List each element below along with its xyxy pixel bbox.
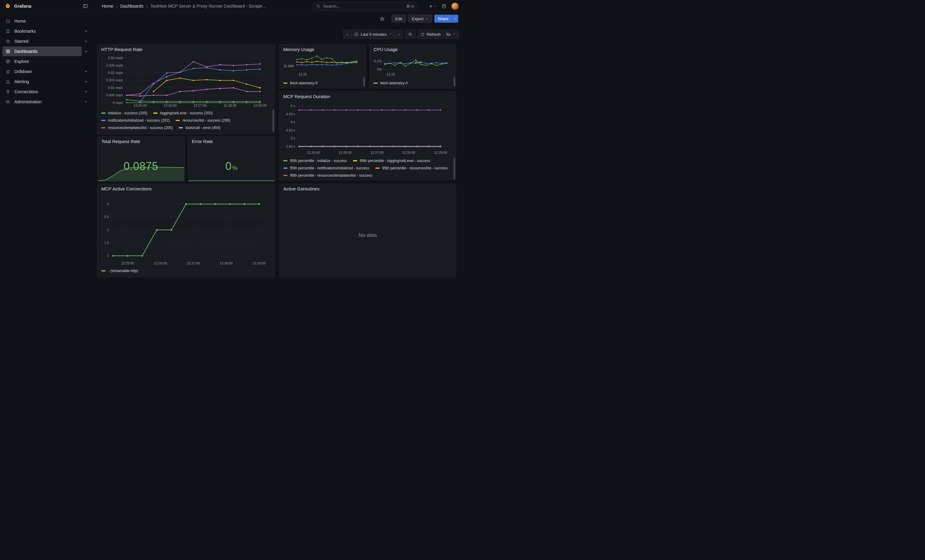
svg-text:5 s: 5 s — [291, 104, 295, 108]
sidebar-item-starred[interactable]: Starred — [3, 36, 82, 46]
search-input[interactable] — [323, 4, 404, 9]
favorite-star-icon[interactable] — [380, 16, 385, 21]
series-color-marker — [176, 120, 180, 121]
time-shift-back-button[interactable] — [343, 30, 351, 39]
time-range-picker[interactable]: Last 5 minutes — [351, 30, 395, 39]
sidebar-item-dashboards[interactable]: Dashboards — [3, 47, 82, 56]
svg-text:1: 1 — [107, 254, 109, 257]
panel-memory-usage: Memory Usage 16 MiB12:25 fetch-telemetry… — [279, 44, 366, 89]
sidebar-row-drilldown: Drilldown — [3, 66, 90, 77]
sidebar-row-home: Home — [3, 16, 90, 26]
svg-text:0.025 req/s: 0.025 req/s — [106, 64, 123, 67]
legend-item[interactable]: notifications/initialized - success (202… — [101, 117, 169, 124]
legend-item[interactable]: 95th percentile - resources/templates/li… — [283, 172, 372, 179]
svg-text:12:28:00: 12:28:00 — [402, 151, 416, 155]
refresh-button[interactable]: Refresh — [418, 30, 443, 39]
panel-title[interactable]: MCP Request Duration — [280, 92, 456, 99]
legend-item[interactable]: tools/call - success (200) — [101, 131, 148, 133]
time-shift-forward-button[interactable] — [395, 30, 402, 39]
dashboard-action-bar: Edit Export Share — [92, 12, 462, 25]
legend-item[interactable]: initialize - success (200) — [101, 110, 147, 117]
sidebar-item-bookmarks[interactable]: Bookmarks — [3, 26, 82, 36]
legend-scrollbar[interactable] — [363, 77, 365, 86]
mcp-request-duration-chart[interactable]: 5 s4.50 s4 s3.50 s3 s2.50 s12:25:0012:26… — [282, 101, 452, 155]
mega-menu-dock-icon[interactable] — [83, 3, 88, 9]
chevron-down-icon[interactable] — [82, 80, 90, 83]
legend-item[interactable]: fetch-telemetry-0 — [283, 80, 318, 87]
panel-title[interactable]: Active Goroutines — [280, 184, 456, 191]
mcp-active-connections-chart[interactable]: 32.521.5112:25:0012:26:0012:27:0012:28:0… — [100, 194, 270, 265]
memory-usage-chart[interactable]: 16 MiB12:25 — [282, 53, 362, 77]
legend-item[interactable]: tools/call - error (404) — [179, 124, 220, 131]
legend-scrollbar[interactable] — [273, 110, 274, 132]
svg-text:12:29:00: 12:29:00 — [253, 261, 266, 265]
sidebar-item-alerting[interactable]: Alerting — [3, 77, 82, 87]
breadcrumb-item[interactable]: Home — [102, 4, 113, 9]
svg-text:0.005 req/s: 0.005 req/s — [106, 93, 123, 97]
panel-title[interactable]: CPU Usage — [370, 45, 456, 52]
legend-item[interactable]: unknown - success (200) — [207, 131, 254, 133]
chevron-down-icon[interactable] — [82, 70, 90, 74]
panel-title[interactable]: MCP Active Connections — [98, 184, 275, 191]
svg-text:16 MiB: 16 MiB — [283, 64, 294, 68]
legend-scrollbar[interactable] — [453, 158, 455, 179]
series-color-marker — [153, 113, 158, 114]
legend-scrollbar[interactable] — [453, 77, 455, 86]
legend-item[interactable]: 95th percentile - notifications/initiali… — [283, 164, 369, 172]
refresh-interval-picker[interactable]: 5s — [443, 30, 458, 39]
panel-title[interactable]: HTTP Request Rate — [98, 45, 275, 52]
svg-text:12:25: 12:25 — [387, 72, 395, 76]
sidebar-item-label: Bookmarks — [14, 29, 36, 34]
http-request-rate-chart[interactable]: 0.03 req/s0.025 req/s0.02 req/s0.015 req… — [100, 54, 270, 108]
legend-item[interactable]: fetch-telemetry-0 — [374, 80, 408, 87]
legend-item[interactable]: 95th percentile - logging/setLevel - suc… — [353, 157, 430, 164]
sidebar-item-administration[interactable]: Administration — [3, 97, 82, 107]
legend-item[interactable]: logging/setLevel - success (200) — [153, 110, 212, 117]
panel-cpu-usage: CPU Usage 0.2%0%12:25 fetch-telemetry-0 — [369, 44, 456, 89]
new-menu-button[interactable] — [429, 4, 437, 9]
chevron-down-icon — [389, 33, 392, 36]
panel-title[interactable]: Error Rate — [188, 137, 275, 144]
panel-title[interactable]: Memory Usage — [280, 45, 366, 52]
export-button[interactable]: Export — [408, 15, 432, 23]
legend-item[interactable]: - (streamable-http) — [101, 267, 138, 275]
svg-text:3 s: 3 s — [291, 136, 295, 140]
chevron-down-icon[interactable] — [82, 50, 90, 53]
cpu-usage-chart[interactable]: 0.2%0%12:25 — [372, 53, 452, 77]
sidebar-item-explore[interactable]: Explore — [3, 57, 90, 66]
grafana-logo-icon[interactable] — [4, 3, 11, 10]
sidebar-item-label: Starred — [14, 39, 29, 44]
edit-button[interactable]: Edit — [392, 15, 405, 23]
search-bar[interactable]: ⌘+k — [313, 2, 417, 11]
help-icon[interactable] — [441, 4, 447, 9]
sidebar-item-drilldown[interactable]: Drilldown — [3, 67, 82, 77]
user-avatar[interactable] — [451, 3, 459, 10]
series-color-marker — [179, 127, 183, 128]
series-color-marker — [375, 168, 380, 169]
share-menu-caret[interactable] — [452, 15, 458, 23]
legend-item[interactable]: resources/templates/list - success (200) — [101, 124, 173, 131]
chevron-down-icon[interactable] — [82, 90, 90, 93]
sidebar-row-connections: Connections — [3, 87, 90, 97]
chevron-down-icon[interactable] — [82, 39, 90, 43]
legend-item[interactable]: tools/list - success (200) — [154, 131, 201, 133]
panel-title[interactable]: Total Request Rate — [98, 137, 185, 144]
sidebar-item-connections[interactable]: Connections — [3, 87, 82, 97]
svg-text:12:28:00: 12:28:00 — [220, 261, 233, 265]
legend-item[interactable]: 95th percentile - resources/list - succe… — [375, 164, 447, 172]
stat-value: 0.0875 — [98, 160, 185, 173]
breadcrumb-item[interactable]: Dashboards — [120, 4, 143, 9]
star-icon — [5, 39, 11, 44]
brand-title: Grafana — [14, 3, 32, 9]
time-range-group: Last 5 minutes — [343, 30, 403, 39]
zoom-out-button[interactable] — [405, 30, 415, 39]
chevron-down-icon[interactable] — [82, 100, 90, 104]
chevron-down-icon[interactable] — [82, 29, 90, 33]
legend-item[interactable]: 95th percentile - initialize - success — [283, 157, 347, 164]
svg-text:0%: 0% — [377, 68, 382, 71]
sidebar-item-home[interactable]: Home — [3, 16, 90, 26]
clock-icon — [354, 32, 359, 36]
legend-item[interactable]: resources/list - success (200) — [176, 117, 230, 124]
share-button[interactable]: Share — [434, 15, 458, 23]
svg-text:2.5: 2.5 — [104, 215, 109, 219]
